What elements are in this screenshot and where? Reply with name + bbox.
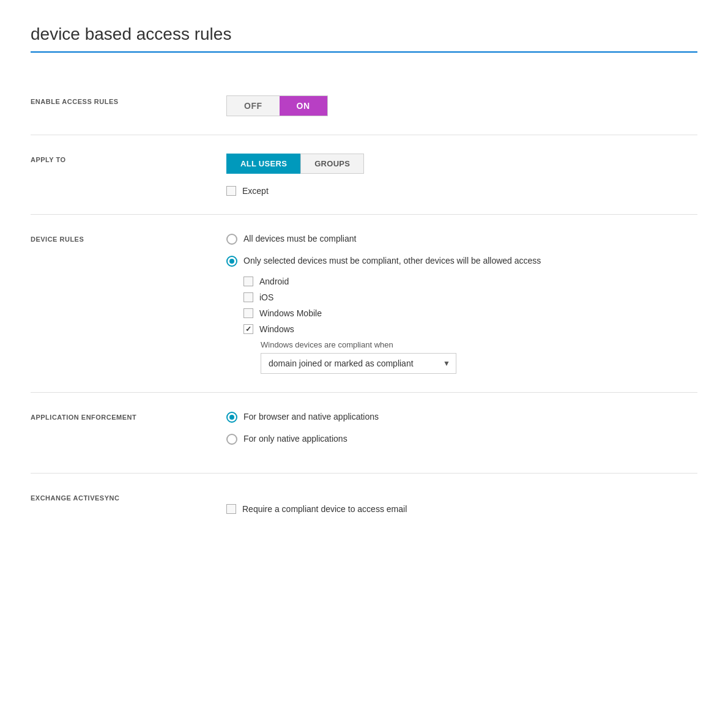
application-enforcement-label: APPLICATION ENFORCEMENT: [31, 411, 226, 421]
except-checkbox[interactable]: [226, 186, 236, 196]
apply-to-section: APPLY TO ALL USERS GROUPS Except: [31, 135, 697, 215]
application-enforcement-section: APPLICATION ENFORCEMENT For browser and …: [31, 393, 697, 474]
toggle-on-button[interactable]: ON: [280, 96, 327, 116]
radio-native-only-label: For only native applications: [243, 433, 347, 445]
ios-label: iOS: [259, 292, 273, 302]
enable-access-rules-content: OFF ON: [226, 95, 697, 116]
radio-row-native-only: For only native applications: [226, 433, 697, 445]
groups-button[interactable]: GROUPS: [300, 154, 364, 174]
device-rules-content: All devices must be compliant Only selec…: [226, 233, 697, 374]
require-compliant-device-label: Require a compliant device to access ema…: [242, 504, 407, 514]
page-container: device based access rules ENABLE ACCESS …: [0, 0, 728, 728]
radio-row-browser-native: For browser and native applications: [226, 411, 697, 423]
windows-mobile-row: Windows Mobile: [243, 308, 697, 318]
device-rules-section: DEVICE RULES All devices must be complia…: [31, 215, 697, 393]
android-checkbox[interactable]: [243, 277, 253, 286]
exchange-activesync-section: EXCHANGE ACTIVESYNC Require a compliant …: [31, 474, 697, 532]
enable-access-rules-section: ENABLE ACCESS RULES OFF ON: [31, 77, 697, 135]
device-rules-label: DEVICE RULES: [31, 233, 226, 243]
radio-browser-native[interactable]: [226, 412, 237, 423]
windows-label: Windows: [259, 324, 294, 334]
except-label: Except: [242, 186, 269, 196]
toggle-off-button[interactable]: OFF: [227, 96, 280, 116]
require-compliant-device-row: Require a compliant device to access ema…: [226, 504, 697, 514]
android-row: Android: [243, 277, 697, 286]
sub-devices-options: Android iOS Windows Mobile Windows Windo…: [243, 277, 697, 374]
enable-access-rules-label: ENABLE ACCESS RULES: [31, 95, 226, 105]
android-label: Android: [259, 277, 289, 286]
apply-to-label: APPLY TO: [31, 154, 226, 163]
windows-compliant-label: Windows devices are compliant when: [261, 340, 697, 349]
apply-to-toggle-group: ALL USERS GROUPS: [226, 154, 364, 174]
application-enforcement-content: For browser and native applications For …: [226, 411, 697, 455]
exchange-activesync-content: Require a compliant device to access ema…: [226, 492, 697, 514]
title-divider: [31, 51, 697, 53]
apply-to-content: ALL USERS GROUPS Except: [226, 154, 697, 196]
windows-mobile-label: Windows Mobile: [259, 308, 322, 318]
windows-compliant-section: Windows devices are compliant when domai…: [261, 340, 697, 374]
ios-row: iOS: [243, 292, 697, 302]
windows-checkbox[interactable]: [243, 324, 253, 334]
radio-selected-compliant-label: Only selected devices must be compliant,…: [243, 255, 541, 267]
page-title: device based access rules: [31, 24, 697, 44]
radio-all-compliant[interactable]: [226, 234, 237, 245]
windows-compliant-select-wrapper: domain joined or marked as compliant mar…: [261, 353, 456, 374]
windows-row: Windows: [243, 324, 697, 334]
radio-browser-native-label: For browser and native applications: [243, 411, 379, 423]
radio-native-only[interactable]: [226, 434, 237, 445]
exchange-activesync-label: EXCHANGE ACTIVESYNC: [31, 492, 226, 502]
radio-row-selected-compliant: Only selected devices must be compliant,…: [226, 255, 697, 267]
radio-row-all-compliant: All devices must be compliant: [226, 233, 697, 245]
radio-all-compliant-label: All devices must be compliant: [243, 233, 356, 245]
radio-selected-compliant[interactable]: [226, 256, 237, 267]
windows-compliant-select[interactable]: domain joined or marked as compliant mar…: [261, 353, 456, 374]
toggle-group: OFF ON: [226, 95, 328, 116]
all-users-button[interactable]: ALL USERS: [226, 154, 300, 174]
windows-mobile-checkbox[interactable]: [243, 308, 253, 318]
ios-checkbox[interactable]: [243, 292, 253, 302]
require-compliant-device-checkbox[interactable]: [226, 504, 236, 514]
except-row: Except: [226, 186, 697, 196]
